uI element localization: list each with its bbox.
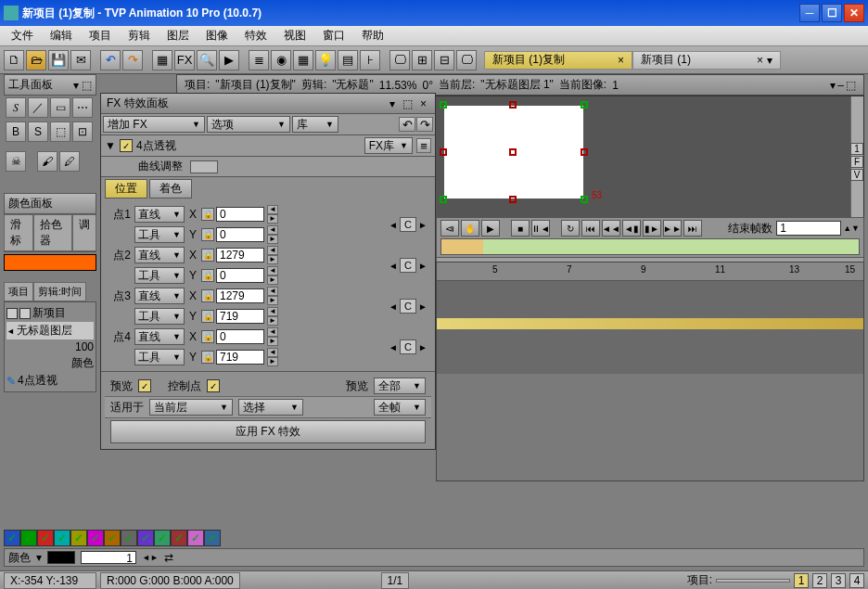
- nav-right-icon[interactable]: ►: [267, 255, 278, 264]
- timeline-ruler[interactable]: 5 7 9 11 13 15: [437, 262, 863, 281]
- handle-b[interactable]: [509, 196, 517, 203]
- lock-icon[interactable]: 🔒: [201, 351, 214, 364]
- nav-right-icon[interactable]: ►: [267, 316, 278, 326]
- bottom-value-input[interactable]: 1: [81, 551, 136, 564]
- point-y-input[interactable]: 0: [216, 227, 264, 242]
- point-y-input[interactable]: 719: [216, 350, 264, 365]
- handle-tl[interactable]: [440, 101, 447, 109]
- nav-right-icon[interactable]: ►: [267, 275, 278, 285]
- measure-button[interactable]: ⊦: [360, 50, 380, 70]
- swatch[interactable]: ✓: [4, 530, 20, 546]
- row-fx[interactable]: 4点透视: [18, 373, 57, 389]
- frame-dropdown[interactable]: 全帧▼: [374, 399, 426, 416]
- handle-c[interactable]: [509, 148, 517, 156]
- chevron-down-icon[interactable]: ▾: [36, 551, 42, 564]
- minimize-icon[interactable]: –: [837, 79, 844, 92]
- layers-button[interactable]: ≣: [249, 50, 269, 70]
- point-y-input[interactable]: 0: [216, 268, 264, 283]
- lock-icon[interactable]: 🔒: [201, 208, 214, 221]
- options-dropdown[interactable]: 选项▼: [207, 116, 290, 133]
- menu-file[interactable]: 文件: [4, 26, 41, 45]
- preview-all-dropdown[interactable]: 全部▼: [374, 378, 426, 394]
- window-icon[interactable]: ⬚: [400, 97, 415, 110]
- nav-right-icon[interactable]: ►: [267, 296, 278, 305]
- handle-br[interactable]: [581, 196, 588, 203]
- lock-icon[interactable]: 🔒: [201, 310, 214, 323]
- chevron-down-icon[interactable]: ▾: [763, 54, 772, 67]
- menu-window[interactable]: 窗口: [315, 26, 352, 45]
- nav-left-icon[interactable]: ◄: [267, 307, 278, 316]
- point-mode-dropdown[interactable]: 直线▼: [134, 206, 185, 223]
- screen-button[interactable]: 🖵: [456, 50, 477, 70]
- calc-button[interactable]: ▤: [338, 50, 358, 70]
- menu-project[interactable]: 项目: [82, 26, 119, 45]
- nav-left-icon[interactable]: ◄: [267, 266, 278, 275]
- point-mode-dropdown[interactable]: 直线▼: [134, 288, 185, 304]
- tab-shading[interactable]: 着色: [149, 179, 192, 198]
- apply-fx-button[interactable]: 应用 FX 特效: [110, 420, 426, 443]
- color-tab-slider[interactable]: 滑标: [4, 214, 33, 251]
- lock-icon[interactable]: 🔒: [201, 269, 214, 282]
- nav-left-icon[interactable]: ◄: [267, 205, 278, 214]
- swatch[interactable]: ✓: [104, 530, 121, 546]
- grid4-button[interactable]: ⊞: [412, 50, 432, 70]
- swatch[interactable]: ✓: [154, 530, 171, 546]
- select-tool[interactable]: ⬚: [50, 122, 70, 142]
- new-button[interactable]: 🗋: [4, 50, 24, 70]
- nav-left-icon[interactable]: ◄: [267, 225, 278, 235]
- point-mode-dropdown[interactable]: 工具▼: [134, 267, 185, 284]
- point-mode-dropdown[interactable]: 直线▼: [134, 328, 185, 345]
- c-button[interactable]: C: [400, 258, 416, 273]
- next-icon[interactable]: ►: [418, 342, 428, 352]
- skip-start-button[interactable]: ⏮: [581, 220, 600, 237]
- c-button[interactable]: C: [400, 299, 416, 314]
- skip-end-button[interactable]: ⏭: [683, 220, 702, 237]
- chevron-down-icon[interactable]: ▾ ⬚: [73, 79, 92, 92]
- nav-right-icon[interactable]: ►: [267, 357, 278, 366]
- freehand-tool[interactable]: ／: [28, 97, 48, 118]
- swatch[interactable]: ✓: [187, 530, 204, 546]
- c-button[interactable]: C: [400, 339, 416, 354]
- redo-icon[interactable]: ↷: [416, 117, 433, 132]
- point-x-input[interactable]: 0: [216, 329, 264, 344]
- play-button[interactable]: ▶: [481, 220, 500, 237]
- swatch[interactable]: ✓: [37, 530, 54, 546]
- brush-tool[interactable]: 🖌: [37, 151, 57, 172]
- prev-icon[interactable]: ◄: [389, 301, 398, 312]
- color-tab-adjust[interactable]: 调: [72, 214, 96, 251]
- nav-right-icon[interactable]: ►: [267, 214, 278, 224]
- nav-left-icon[interactable]: ◄: [267, 287, 278, 296]
- next-icon[interactable]: ►: [418, 261, 428, 271]
- swatch[interactable]: ✓: [20, 530, 37, 546]
- nav-left-icon[interactable]: ◄: [267, 348, 278, 357]
- menu-fx[interactable]: 特效: [237, 26, 274, 45]
- paint-tool[interactable]: 🖊: [59, 151, 80, 172]
- menu-view[interactable]: 视图: [276, 26, 313, 45]
- view-3-button[interactable]: 3: [831, 573, 846, 588]
- preview-checkbox[interactable]: ✓: [138, 379, 151, 392]
- mail-button[interactable]: ✉: [70, 50, 91, 70]
- swap-icon[interactable]: ⇄: [164, 551, 173, 564]
- view-1[interactable]: 1: [850, 143, 863, 155]
- clip-time-tab[interactable]: 剪辑:时间: [33, 282, 86, 301]
- close-button[interactable]: ✕: [844, 4, 864, 22]
- minimize-button[interactable]: ─: [799, 4, 820, 22]
- nav-left-icon[interactable]: ◄: [267, 327, 278, 337]
- menu-image[interactable]: 图像: [198, 26, 236, 45]
- close-icon[interactable]: ×: [749, 54, 763, 67]
- play-button[interactable]: ▶: [219, 50, 239, 70]
- step-back-button[interactable]: ◄▮: [622, 220, 641, 237]
- pause-left-button[interactable]: ⏸◄: [531, 220, 550, 237]
- loop-button[interactable]: ↻: [561, 220, 580, 237]
- project-tab[interactable]: 项目: [4, 282, 33, 301]
- undo-icon[interactable]: ↶: [399, 117, 415, 132]
- timeline-strip[interactable]: [437, 318, 863, 329]
- stroke-tool[interactable]: 𝑆: [6, 97, 26, 118]
- nav-left-icon[interactable]: ◄: [267, 246, 278, 255]
- point-mode-dropdown[interactable]: 工具▼: [134, 226, 185, 243]
- view-f[interactable]: F: [850, 156, 863, 168]
- swatch[interactable]: ✓: [171, 530, 187, 546]
- library-dropdown[interactable]: 库▼: [292, 116, 338, 133]
- checkbox[interactable]: [19, 308, 31, 319]
- lock-icon[interactable]: 🔒: [201, 330, 214, 343]
